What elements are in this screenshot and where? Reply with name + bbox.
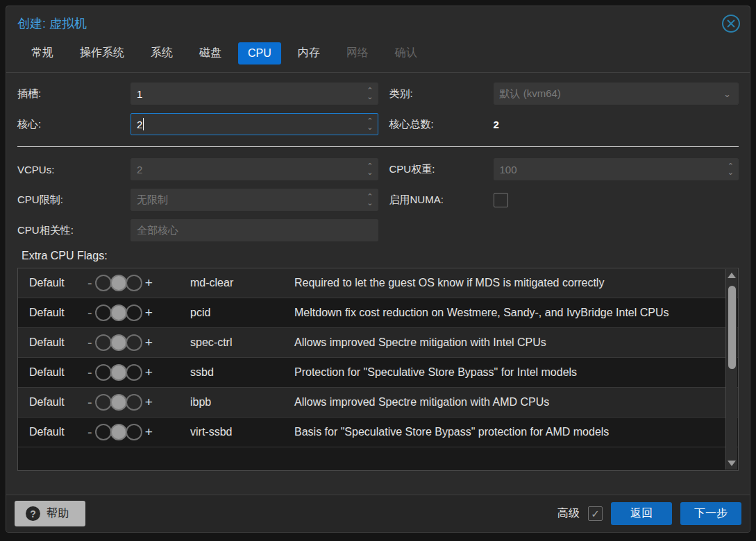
- minus-icon[interactable]: -: [87, 275, 92, 291]
- slider-track[interactable]: [96, 424, 142, 440]
- tri-state-slider[interactable]: - +: [87, 275, 190, 291]
- vcpus-value: 2: [137, 164, 142, 175]
- cpu-flags-table: Default - + md-clear Required to let the…: [17, 268, 739, 471]
- minus-icon[interactable]: -: [87, 424, 92, 440]
- slider-stop-on[interactable]: [126, 275, 142, 291]
- cpu-flag-row: Default - + md-clear Required to let the…: [18, 268, 738, 298]
- flag-name: virt-ssbd: [190, 426, 294, 438]
- tri-state-slider[interactable]: - +: [87, 394, 190, 411]
- spinner-down-icon[interactable]: ⌄: [367, 94, 373, 100]
- slider-stop-on[interactable]: [126, 394, 142, 411]
- flag-name: ibpb: [190, 396, 294, 409]
- spinner-down-icon: ⌄: [367, 169, 373, 175]
- form-row: 核心: 2 ⌃⌄ 核心总数: 2: [17, 113, 739, 135]
- sockets-spinner[interactable]: 1 ⌃⌄: [131, 83, 378, 105]
- cpu-limit-label: CPU限制:: [17, 194, 131, 207]
- spinner-buttons: ⌃⌄: [728, 159, 734, 180]
- advanced-checkbox[interactable]: ✓: [588, 506, 603, 521]
- spinner-buttons[interactable]: ⌃⌄: [367, 83, 373, 104]
- close-icon[interactable]: [722, 15, 740, 33]
- dialog-footer: ? 帮助 高级 ✓ 返回 下一步: [6, 495, 750, 532]
- cpu-type-value: 默认 (kvm64): [500, 87, 561, 101]
- slider-track[interactable]: [96, 394, 142, 411]
- cpu-type-select[interactable]: 默认 (kvm64) ⌄: [494, 83, 739, 105]
- slider-thumb-default[interactable]: [110, 334, 127, 351]
- plus-icon[interactable]: +: [145, 365, 153, 380]
- spinner-buttons[interactable]: ⌃⌄: [367, 114, 373, 135]
- total-cores-label: 核心总数:: [389, 118, 494, 131]
- slider-track[interactable]: [96, 275, 142, 291]
- extra-cpu-flags-heading: Extra CPU Flags:: [22, 250, 739, 262]
- slider-thumb-default[interactable]: [110, 275, 127, 291]
- flag-name: ssbd: [190, 366, 294, 379]
- flag-default-label: Default: [18, 396, 87, 409]
- chevron-down-icon[interactable]: ⌄: [723, 89, 731, 99]
- form-row: 插槽: 1 ⌃⌄ 类别: 默认 (kvm64) ⌄: [17, 83, 739, 105]
- spinner-down-icon: ⌄: [728, 169, 734, 175]
- scrollbar[interactable]: [725, 269, 737, 470]
- slider-thumb-default[interactable]: [110, 394, 127, 411]
- tri-state-slider[interactable]: - +: [87, 334, 190, 351]
- tri-state-slider[interactable]: - +: [87, 304, 190, 321]
- slider-stop-off[interactable]: [95, 304, 112, 321]
- flag-description: Basis for "Speculative Store Bypass" pro…: [294, 424, 683, 440]
- cpu-limit-placeholder: 无限制: [137, 194, 168, 207]
- slider-thumb-default[interactable]: [110, 364, 127, 381]
- minus-icon[interactable]: -: [87, 335, 92, 351]
- slider-track[interactable]: [96, 334, 142, 351]
- flag-default-label: Default: [18, 336, 87, 349]
- tab-memory[interactable]: 内存: [288, 41, 330, 65]
- spinner-buttons[interactable]: ⌃⌄: [367, 189, 373, 210]
- cpu-type-label: 类别:: [389, 87, 494, 101]
- slider-stop-off[interactable]: [95, 334, 112, 351]
- slider-stop-off[interactable]: [95, 394, 112, 411]
- minus-icon[interactable]: -: [87, 395, 92, 411]
- tri-state-slider[interactable]: - +: [87, 424, 190, 440]
- plus-icon[interactable]: +: [145, 275, 153, 291]
- plus-icon[interactable]: +: [145, 335, 153, 350]
- tab-disks[interactable]: 磁盘: [190, 41, 231, 65]
- help-button[interactable]: ? 帮助: [15, 501, 85, 526]
- plus-icon[interactable]: +: [145, 424, 153, 440]
- plus-icon[interactable]: +: [145, 395, 153, 410]
- slider-stop-off[interactable]: [95, 424, 112, 440]
- form-row: VCPUs: 2 ⌃⌄ CPU权重: 100 ⌃⌄: [17, 158, 739, 180]
- slider-stop-off[interactable]: [95, 364, 112, 381]
- slider-stop-on[interactable]: [126, 424, 142, 440]
- spinner-down-icon[interactable]: ⌄: [367, 200, 373, 206]
- slider-stop-off[interactable]: [95, 275, 112, 291]
- minus-icon[interactable]: -: [87, 365, 92, 381]
- slider-track[interactable]: [96, 304, 142, 321]
- flag-description: Required to let the guest OS know if MDS…: [294, 275, 683, 291]
- cpu-panel: 插槽: 1 ⌃⌄ 类别: 默认 (kvm64) ⌄ 核心:: [6, 73, 750, 495]
- tab-system[interactable]: 系统: [141, 41, 183, 65]
- next-button[interactable]: 下一步: [680, 502, 741, 525]
- cpu-affinity-input[interactable]: 全部核心: [131, 219, 378, 241]
- slider-stop-on[interactable]: [126, 364, 142, 381]
- tri-state-slider[interactable]: - +: [87, 364, 190, 381]
- slider-stop-on[interactable]: [126, 334, 142, 351]
- tab-network: 网络: [337, 41, 378, 65]
- scroll-down-icon[interactable]: [728, 461, 736, 466]
- tab-general[interactable]: 常规: [22, 41, 63, 65]
- slider-stop-on[interactable]: [126, 304, 142, 321]
- scrollbar-thumb[interactable]: [728, 286, 736, 369]
- back-button[interactable]: 返回: [611, 502, 672, 525]
- scroll-up-icon[interactable]: [728, 273, 736, 278]
- minus-icon[interactable]: -: [87, 305, 92, 321]
- plus-icon[interactable]: +: [145, 305, 153, 320]
- tab-cpu[interactable]: CPU: [238, 42, 281, 65]
- flag-default-label: Default: [18, 307, 87, 319]
- cpu-limit-spinner[interactable]: 无限制 ⌃⌄: [131, 189, 378, 211]
- numa-label: 启用NUMA:: [389, 194, 494, 207]
- numa-checkbox[interactable]: [494, 193, 508, 207]
- wizard-tabs: 常规操作系统系统磁盘CPU内存网络确认: [6, 35, 750, 73]
- flag-description: Allows improved Spectre mitigation with …: [294, 334, 683, 350]
- cores-spinner[interactable]: 2 ⌃⌄: [131, 113, 378, 135]
- slider-thumb-default[interactable]: [110, 424, 127, 440]
- total-cores-value: 2: [494, 119, 499, 130]
- slider-track[interactable]: [96, 364, 142, 381]
- spinner-down-icon[interactable]: ⌄: [367, 124, 373, 130]
- slider-thumb-default[interactable]: [110, 304, 127, 321]
- tab-os[interactable]: 操作系统: [70, 41, 134, 65]
